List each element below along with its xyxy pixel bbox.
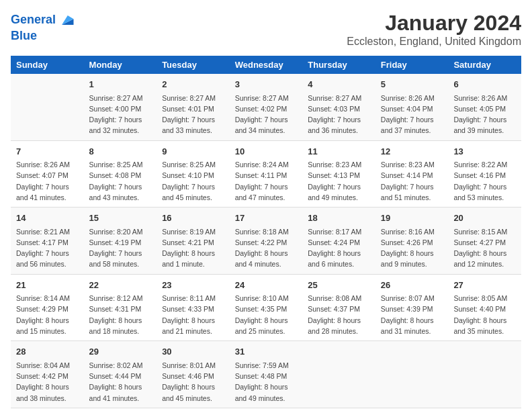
day-number: 2 [162,78,224,91]
logo-line2: Blue [11,30,76,43]
logo-icon [57,11,76,30]
logo: General Blue [11,11,76,43]
day-info: Sunrise: 8:01 AMSunset: 4:46 PMDaylight:… [162,360,224,404]
day-info: Sunrise: 8:08 AMSunset: 4:37 PMDaylight:… [308,293,370,336]
day-number: 23 [162,279,224,292]
day-number: 18 [308,212,370,225]
main-title: January 2024 [347,11,521,36]
day-info: Sunrise: 8:27 AMSunset: 4:01 PMDaylight:… [162,93,224,136]
day-number: 25 [308,279,370,292]
day-number: 30 [162,345,224,359]
calendar-cell [448,341,521,408]
day-number: 29 [89,345,152,359]
day-info: Sunrise: 8:14 AMSunset: 4:29 PMDaylight:… [16,293,79,336]
calendar-week-row: 7Sunrise: 8:26 AMSunset: 4:07 PMDaylight… [11,140,521,208]
day-info: Sunrise: 8:04 AMSunset: 4:42 PMDaylight:… [16,360,79,404]
calendar-cell: 26Sunrise: 8:07 AMSunset: 4:39 PMDayligh… [375,274,449,341]
calendar-cell: 30Sunrise: 8:01 AMSunset: 4:46 PMDayligh… [157,341,230,408]
header-sunday: Sunday [11,56,84,74]
calendar-week-row: 14Sunrise: 8:21 AMSunset: 4:17 PMDayligh… [11,208,521,275]
calendar-week-row: 21Sunrise: 8:14 AMSunset: 4:29 PMDayligh… [11,274,521,341]
day-number: 15 [89,212,152,225]
calendar-cell: 7Sunrise: 8:26 AMSunset: 4:07 PMDaylight… [11,140,84,208]
header-saturday: Saturday [448,56,521,74]
calendar-cell: 13Sunrise: 8:22 AMSunset: 4:16 PMDayligh… [448,140,521,208]
calendar-week-row: 28Sunrise: 8:04 AMSunset: 4:42 PMDayligh… [11,341,521,408]
day-info: Sunrise: 8:26 AMSunset: 4:07 PMDaylight:… [16,159,79,203]
calendar-cell: 23Sunrise: 8:11 AMSunset: 4:33 PMDayligh… [157,274,230,341]
header: General Blue January 2024 Eccleston, Eng… [11,11,521,48]
day-number: 13 [453,145,516,158]
calendar-cell: 18Sunrise: 8:17 AMSunset: 4:24 PMDayligh… [302,208,375,275]
calendar-cell: 20Sunrise: 8:15 AMSunset: 4:27 PMDayligh… [448,208,521,275]
day-number: 1 [89,78,152,91]
day-number: 31 [235,345,298,359]
calendar-cell: 19Sunrise: 8:16 AMSunset: 4:26 PMDayligh… [375,208,449,275]
day-info: Sunrise: 8:21 AMSunset: 4:17 PMDaylight:… [16,226,79,270]
day-number: 11 [308,145,370,158]
calendar-cell: 9Sunrise: 8:25 AMSunset: 4:10 PMDaylight… [157,140,230,208]
day-info: Sunrise: 8:19 AMSunset: 4:21 PMDaylight:… [162,226,224,270]
calendar-cell: 31Sunrise: 7:59 AMSunset: 4:48 PMDayligh… [230,341,303,408]
day-info: Sunrise: 8:23 AMSunset: 4:13 PMDaylight:… [308,159,370,203]
calendar-cell: 11Sunrise: 8:23 AMSunset: 4:13 PMDayligh… [302,140,375,208]
day-number: 3 [235,78,298,91]
day-number: 24 [235,279,298,292]
calendar-cell: 16Sunrise: 8:19 AMSunset: 4:21 PMDayligh… [157,208,230,275]
day-number: 26 [381,279,443,292]
calendar-cell: 8Sunrise: 8:25 AMSunset: 4:08 PMDaylight… [84,140,157,208]
day-info: Sunrise: 8:26 AMSunset: 4:05 PMDaylight:… [453,93,516,136]
day-info: Sunrise: 8:22 AMSunset: 4:16 PMDaylight:… [453,159,516,203]
calendar-cell [375,341,449,408]
day-info: Sunrise: 8:17 AMSunset: 4:24 PMDaylight:… [308,226,370,270]
calendar-cell: 25Sunrise: 8:08 AMSunset: 4:37 PMDayligh… [302,274,375,341]
header-tuesday: Tuesday [157,56,230,74]
calendar-cell: 15Sunrise: 8:20 AMSunset: 4:19 PMDayligh… [84,208,157,275]
day-number: 12 [381,145,443,158]
day-number: 4 [308,78,370,91]
day-info: Sunrise: 8:12 AMSunset: 4:31 PMDaylight:… [89,293,152,336]
day-number: 10 [235,145,298,158]
calendar-cell: 1Sunrise: 8:27 AMSunset: 4:00 PMDaylight… [84,74,157,140]
day-number: 7 [16,145,79,158]
day-number: 21 [16,279,79,292]
day-number: 14 [16,212,79,225]
calendar-cell: 4Sunrise: 8:27 AMSunset: 4:03 PMDaylight… [302,74,375,140]
day-number: 6 [453,78,516,91]
day-info: Sunrise: 8:02 AMSunset: 4:44 PMDaylight:… [89,360,152,404]
day-info: Sunrise: 8:25 AMSunset: 4:08 PMDaylight:… [89,159,152,203]
calendar-table: SundayMondayTuesdayWednesdayThursdayFrid… [11,56,521,408]
calendar-cell: 29Sunrise: 8:02 AMSunset: 4:44 PMDayligh… [84,341,157,408]
day-number: 20 [453,212,516,225]
header-thursday: Thursday [302,56,375,74]
day-info: Sunrise: 8:11 AMSunset: 4:33 PMDaylight:… [162,293,224,336]
calendar-cell: 24Sunrise: 8:10 AMSunset: 4:35 PMDayligh… [230,274,303,341]
day-number: 16 [162,212,224,225]
calendar-cell: 28Sunrise: 8:04 AMSunset: 4:42 PMDayligh… [11,341,84,408]
day-info: Sunrise: 8:27 AMSunset: 4:03 PMDaylight:… [308,93,370,136]
day-number: 28 [16,345,79,359]
day-number: 8 [89,145,152,158]
header-wednesday: Wednesday [230,56,303,74]
day-info: Sunrise: 8:27 AMSunset: 4:00 PMDaylight:… [89,93,152,136]
calendar-cell: 12Sunrise: 8:23 AMSunset: 4:14 PMDayligh… [375,140,449,208]
day-info: Sunrise: 8:25 AMSunset: 4:10 PMDaylight:… [162,159,224,203]
calendar-cell [302,341,375,408]
day-number: 22 [89,279,152,292]
calendar-cell: 10Sunrise: 8:24 AMSunset: 4:11 PMDayligh… [230,140,303,208]
calendar-cell: 5Sunrise: 8:26 AMSunset: 4:04 PMDaylight… [375,74,449,140]
calendar-cell: 14Sunrise: 8:21 AMSunset: 4:17 PMDayligh… [11,208,84,275]
calendar-cell: 21Sunrise: 8:14 AMSunset: 4:29 PMDayligh… [11,274,84,341]
calendar-week-row: 1Sunrise: 8:27 AMSunset: 4:00 PMDaylight… [11,74,521,140]
day-number: 5 [381,78,443,91]
header-monday: Monday [84,56,157,74]
day-info: Sunrise: 7:59 AMSunset: 4:48 PMDaylight:… [235,360,298,404]
calendar-header-row: SundayMondayTuesdayWednesdayThursdayFrid… [11,56,521,74]
day-number: 9 [162,145,224,158]
day-info: Sunrise: 8:05 AMSunset: 4:40 PMDaylight:… [453,293,516,336]
calendar-cell: 17Sunrise: 8:18 AMSunset: 4:22 PMDayligh… [230,208,303,275]
day-number: 17 [235,212,298,225]
day-info: Sunrise: 8:24 AMSunset: 4:11 PMDaylight:… [235,159,298,203]
calendar-cell: 2Sunrise: 8:27 AMSunset: 4:01 PMDaylight… [157,74,230,140]
calendar-cell: 3Sunrise: 8:27 AMSunset: 4:02 PMDaylight… [230,74,303,140]
